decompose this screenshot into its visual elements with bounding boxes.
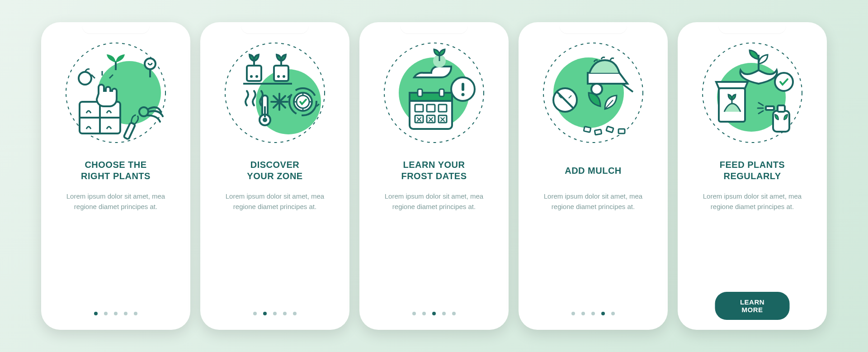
screen-title: CHOOSE THE RIGHT PLANTS [81,158,151,183]
dot-3[interactable] [114,312,118,315]
onboarding-screen-4: ADD MULCH Lorem ipsum dolor sit amet, me… [519,22,668,330]
screen-title: ADD MULCH [565,158,622,183]
discover-zone-icon [221,38,329,147]
phone-notch [718,22,786,34]
onboarding-screen-5: FEED PLANTS REGULARLY Lorem ipsum dolor … [678,22,827,330]
dot-1[interactable] [253,312,257,315]
onboarding-screen-2: DISCOVER YOUR ZONE Lorem ipsum dolor sit… [200,22,349,330]
add-mulch-icon [539,38,647,147]
dot-5[interactable] [134,312,137,315]
screen-title: LEARN YOUR FROST DATES [401,158,467,183]
dot-3[interactable] [432,312,436,315]
dot-5[interactable] [611,312,615,315]
dot-5[interactable] [293,312,297,315]
choose-plants-icon [61,38,170,147]
frost-dates-icon [380,38,488,147]
feed-plants-icon [698,38,807,147]
page-indicator [412,312,456,315]
screen-body: Lorem ipsum dolor sit amet, mea regione … [699,191,806,212]
dot-3[interactable] [273,312,277,315]
phone-notch [241,22,309,34]
page-indicator [253,312,297,315]
dot-2[interactable] [581,312,585,315]
screen-body: Lorem ipsum dolor sit amet, mea regione … [540,191,646,212]
screen-body: Lorem ipsum dolor sit amet, mea regione … [62,191,169,212]
dot-4[interactable] [442,312,446,315]
phone-notch [559,22,627,34]
page-indicator [94,312,137,315]
dot-1[interactable] [571,312,575,315]
dot-2[interactable] [263,312,267,315]
dot-4[interactable] [601,312,605,315]
screen-title: DISCOVER YOUR ZONE [247,158,302,183]
onboarding-screen-3: LEARN YOUR FROST DATES Lorem ipsum dolor… [359,22,509,330]
screen-title: FEED PLANTS REGULARLY [720,158,785,183]
onboarding-row: CHOOSE THE RIGHT PLANTS Lorem ipsum dolo… [41,22,827,330]
dot-3[interactable] [591,312,595,315]
phone-notch [82,22,150,34]
dot-5[interactable] [452,312,456,315]
dot-1[interactable] [412,312,416,315]
screen-body: Lorem ipsum dolor sit amet, mea regione … [222,191,328,212]
page-indicator [571,312,615,315]
phone-notch [400,22,468,34]
screen-body: Lorem ipsum dolor sit amet, mea regione … [381,191,487,212]
dot-4[interactable] [124,312,127,315]
learn-more-button[interactable]: LEARN MORE [715,292,790,320]
dot-2[interactable] [104,312,108,315]
dot-2[interactable] [422,312,426,315]
dot-1[interactable] [94,312,98,315]
onboarding-screen-1: CHOOSE THE RIGHT PLANTS Lorem ipsum dolo… [41,22,190,330]
dot-4[interactable] [283,312,287,315]
